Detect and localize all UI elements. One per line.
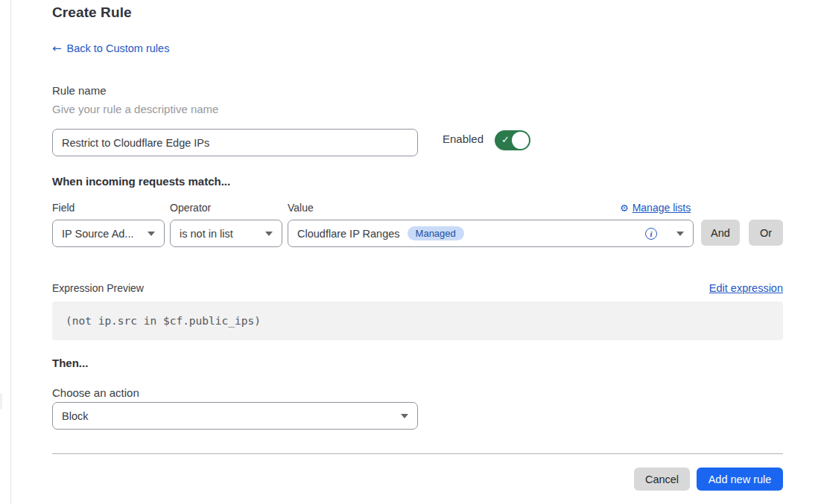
expression-preview-box: (not ip.src in $cf.public_ips) [52, 302, 783, 340]
field-label: Field [52, 202, 75, 214]
field-select-value: IP Source Ad... [62, 228, 133, 240]
toggle-knob [512, 132, 529, 149]
info-icon[interactable]: i [645, 228, 657, 240]
rule-name-input[interactable] [52, 129, 418, 156]
chevron-down-icon [676, 232, 684, 236]
manage-lists-link[interactable]: ⚙ Manage lists [620, 202, 693, 214]
back-link[interactable]: ← Back to Custom rules [52, 42, 169, 55]
enabled-label: Enabled [443, 133, 484, 145]
chevron-down-icon [265, 232, 273, 236]
action-label: Choose an action [52, 386, 139, 399]
cancel-button[interactable]: Cancel [634, 468, 690, 491]
footer-divider [52, 453, 783, 454]
operator-select-value: is not in list [180, 228, 233, 240]
enabled-toggle[interactable]: ✓ [495, 130, 530, 150]
value-select-value: Cloudflare IP Ranges [297, 228, 400, 240]
check-icon: ✓ [501, 134, 510, 145]
chevron-down-icon [401, 414, 408, 418]
match-heading: When incoming requests match... [52, 175, 230, 188]
edit-expression-link[interactable]: Edit expression [709, 282, 783, 294]
back-link-label: Back to Custom rules [67, 42, 170, 54]
chevron-down-icon [148, 232, 155, 236]
create-rule-page: Create Rule ← Back to Custom rules Rule … [0, 0, 821, 504]
add-new-rule-button[interactable]: Add new rule [697, 468, 783, 491]
then-heading: Then... [52, 357, 88, 369]
scrollbar-thumb[interactable] [0, 393, 2, 409]
page-title: Create Rule [52, 4, 132, 21]
value-label: Value [288, 202, 314, 214]
managed-badge: Managed [408, 226, 464, 240]
back-arrow-icon: ← [52, 42, 62, 55]
expression-code: (not ip.src in $cf.public_ips) [66, 315, 261, 327]
gear-icon: ⚙ [620, 202, 629, 214]
action-select[interactable]: Block [52, 402, 418, 430]
operator-select[interactable]: is not in list [170, 220, 282, 247]
field-select[interactable]: IP Source Ad... [52, 220, 165, 247]
value-select[interactable]: Cloudflare IP Ranges Managed i [288, 220, 694, 247]
operator-label: Operator [170, 202, 211, 214]
or-button[interactable]: Or [749, 220, 783, 246]
rule-name-hint: Give your rule a descriptive name [52, 103, 218, 115]
manage-lists-label: Manage lists [633, 202, 691, 214]
action-select-value: Block [62, 410, 88, 422]
page-left-divider [10, 0, 11, 504]
and-button[interactable]: And [701, 220, 740, 246]
expression-preview-label: Expression Preview [52, 282, 144, 294]
rule-name-label: Rule name [52, 84, 107, 97]
